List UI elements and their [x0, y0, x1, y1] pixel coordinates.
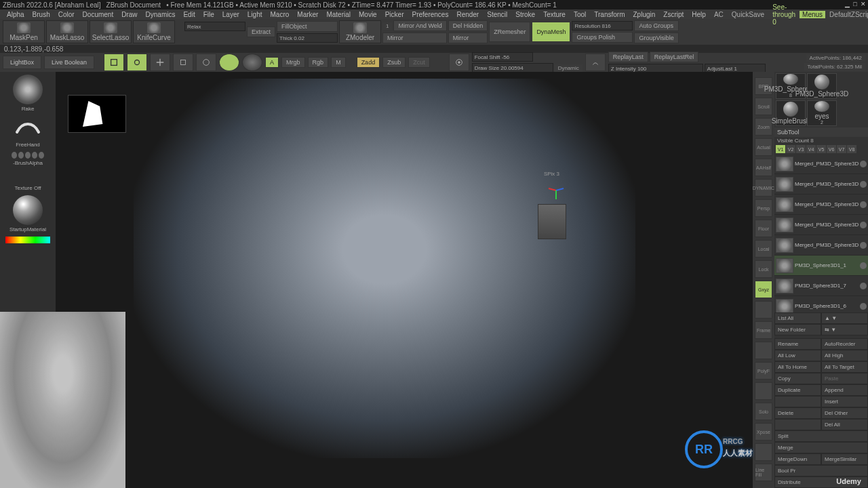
spix-label[interactable]: SPix 3	[544, 171, 559, 177]
relax-slider[interactable]: Relax	[184, 22, 245, 31]
groupspolish-button[interactable]: Groups Polish	[572, 32, 633, 43]
liveboolean-button[interactable]: Live Boolean	[44, 56, 94, 69]
dynamesh-button[interactable]: DynaMesh	[532, 22, 570, 42]
rtool-13-button[interactable]	[755, 342, 772, 359]
menu-light[interactable]: Light	[243, 11, 267, 18]
menu-stencil[interactable]: Stencil	[483, 11, 511, 18]
menu-transform[interactable]: Transform	[590, 11, 629, 18]
camera-preview[interactable]	[538, 204, 566, 239]
duplicate-button[interactable]: Duplicate	[774, 384, 821, 396]
visibility-icon[interactable]	[860, 303, 867, 310]
menu-texture[interactable]: Texture	[539, 11, 570, 18]
menu-help[interactable]: Help	[688, 11, 710, 18]
list-all-button[interactable]: List All	[774, 312, 821, 324]
mergesimilar-button[interactable]: MergeSimilar	[821, 453, 868, 465]
tool-thumb[interactable]: eyes2	[807, 100, 837, 126]
tool-thumb[interactable]: PM3D_Sphere3D	[807, 73, 837, 99]
menu-picker[interactable]: Picker	[381, 11, 408, 18]
rename-button[interactable]: Rename	[774, 338, 821, 350]
visibility-icon[interactable]	[860, 222, 867, 228]
alpha-selector[interactable]	[11, 152, 45, 159]
all-to-home-button[interactable]: All To Home	[774, 361, 821, 373]
menu-macro[interactable]: Macro	[267, 11, 294, 18]
menu-render[interactable]: Render	[452, 11, 483, 18]
quicksave-button[interactable]: QuickSave	[728, 11, 768, 18]
draw-size-slider[interactable]: Draw Size 20.00594	[472, 63, 553, 73]
subtool-header[interactable]: SubTool	[774, 127, 868, 137]
rgb-toggle[interactable]: Rgb	[308, 57, 329, 68]
masklasso-tool[interactable]: MaskLasso	[46, 20, 88, 43]
menus-toggle[interactable]: Menus	[800, 11, 825, 18]
edit-mode-button[interactable]	[104, 54, 124, 71]
visibility-icon[interactable]	[860, 181, 867, 188]
persp-button[interactable]: Persp	[755, 199, 772, 217]
resolution-slider[interactable]: Resolution 816	[572, 21, 633, 30]
subtool-item[interactable]: PM3D_Sphere3D1_6	[774, 296, 868, 312]
mirror-button-b[interactable]: Mirror	[448, 33, 488, 43]
visibility-icon[interactable]	[860, 201, 867, 208]
menu-dynamics[interactable]: Dynamics	[142, 11, 180, 18]
zcut-toggle[interactable]: Zcut	[408, 57, 430, 68]
vis-tab-v1[interactable]: V1	[776, 145, 785, 153]
vis-tab-v6[interactable]: V6	[827, 145, 836, 153]
subtool-item[interactable]: Merged_PM3D_Sphere3D6	[774, 174, 868, 195]
vis-tab-v4[interactable]: V4	[806, 145, 816, 153]
stroke-selector[interactable]	[13, 116, 43, 140]
subtool-item[interactable]: Merged_PM3D_Sphere3D3	[774, 235, 868, 256]
mrgb-toggle[interactable]: Mrgb	[281, 57, 305, 68]
menu-tool[interactable]: Tool	[570, 11, 590, 18]
lock-button[interactable]: Lock	[755, 260, 772, 278]
material-selector[interactable]	[13, 195, 43, 225]
maximize-icon[interactable]: □	[852, 1, 859, 7]
⇆--▼-button[interactable]: ⇆ ▼	[821, 324, 868, 336]
dynamic-button[interactable]: DYNAMIC	[755, 179, 772, 197]
menu-draw[interactable]: Draw	[117, 11, 141, 18]
m-toggle[interactable]: M	[331, 57, 346, 68]
subtool-item[interactable]: Merged_PM3D_Sphere3D7	[774, 154, 868, 174]
selectlasso-tool[interactable]: SelectLasso	[90, 20, 132, 43]
fillobject-button[interactable]: FillObject	[277, 21, 338, 32]
dynamic-label[interactable]: Dynamic	[555, 64, 583, 72]
reference-panel[interactable]	[0, 312, 125, 488]
defaultzscript-button[interactable]: DefaultZScript	[825, 11, 868, 18]
split-button[interactable]: Split	[774, 430, 868, 442]
linefill-button[interactable]: Line Fill	[755, 464, 772, 481]
visibility-icon[interactable]	[860, 242, 867, 249]
del-other-button[interactable]: Del Other	[821, 407, 868, 419]
merge-button[interactable]: Merge	[774, 442, 868, 453]
scroll-button[interactable]: Scroll	[755, 98, 772, 115]
viewport[interactable]	[134, 79, 635, 458]
vis-tab-v8[interactable]: V8	[847, 145, 856, 153]
all-to-target-button[interactable]: All To Target	[821, 361, 868, 373]
tool-thumb[interactable]: SimpleBrush	[776, 100, 806, 126]
mask-thumbnail[interactable]	[68, 95, 126, 133]
visibility-icon[interactable]	[860, 262, 867, 269]
rtool-15-button[interactable]	[755, 382, 772, 400]
replaylast-button[interactable]: ReplayLast	[608, 52, 648, 62]
menu-movie[interactable]: Movie	[355, 11, 381, 18]
maskpen-tool[interactable]: MaskPen	[3, 20, 45, 43]
gizmo-button[interactable]	[219, 54, 239, 71]
aahalf-button[interactable]: AAHalf	[755, 159, 772, 176]
zmodeler-tool[interactable]: ZModeler	[339, 20, 381, 43]
zremesher-button[interactable]: ZRemesher	[489, 22, 530, 42]
mergedown-button[interactable]: MergeDown	[774, 453, 821, 465]
all-low-button[interactable]: All Low	[774, 350, 821, 361]
thick-slider[interactable]: Thick 0.02	[277, 33, 338, 43]
menu-material[interactable]: Material	[322, 11, 355, 18]
menu-stroke[interactable]: Stroke	[511, 11, 539, 18]
vis-tab-v3[interactable]: V3	[796, 145, 806, 153]
paste-button[interactable]: Paste	[821, 373, 868, 384]
seethrough-slider[interactable]: See-through 0	[768, 3, 800, 26]
del-all-button[interactable]: Del All	[821, 419, 868, 430]
local-button[interactable]: Local	[755, 240, 772, 258]
menu-zscript[interactable]: Zscript	[659, 11, 688, 18]
close-icon[interactable]: ✕	[860, 1, 867, 7]
actual-button[interactable]: Actual	[755, 138, 772, 156]
subtool-item[interactable]: PM3D_Sphere3D1_7	[774, 276, 868, 296]
autoreorder-button[interactable]: AutoReorder	[821, 338, 868, 350]
rotate-mode-button[interactable]	[196, 54, 216, 71]
scale-mode-button[interactable]	[173, 54, 193, 71]
mirrorweld-button[interactable]: Mirror And Weld	[393, 20, 446, 31]
minimize-icon[interactable]: ▁	[844, 1, 850, 7]
